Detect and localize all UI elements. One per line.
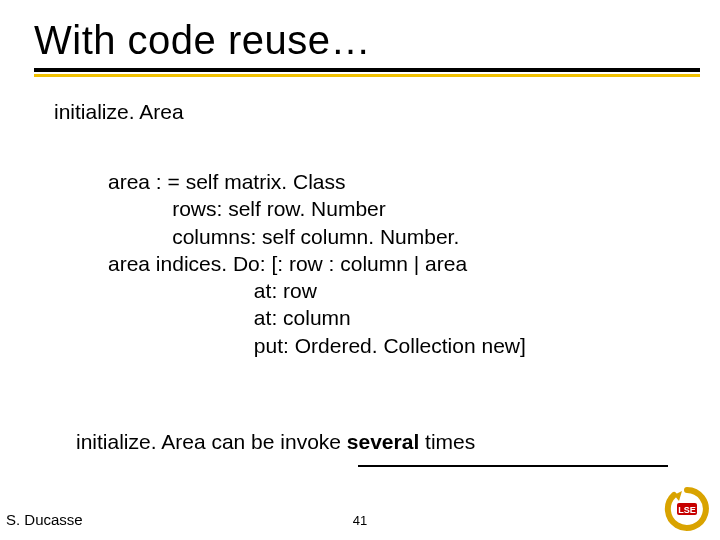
code-line: at: column (108, 306, 351, 329)
title-underline-dark (34, 68, 700, 72)
note-text: initialize. Area can be invoke several t… (76, 430, 475, 454)
note-suffix: times (419, 430, 475, 453)
note-prefix: initialize. Area can be invoke (76, 430, 347, 453)
logo-text: LSE (678, 505, 696, 515)
code-line: area : = self matrix. Class (108, 170, 346, 193)
title-underline-yellow (34, 74, 700, 77)
note-bold: several (347, 430, 419, 453)
method-name: initialize. Area (54, 100, 184, 124)
footer-author: S. Ducasse (6, 511, 83, 528)
note-underline (358, 465, 668, 467)
code-line: columns: self column. Number. (108, 225, 459, 248)
code-block: area : = self matrix. Class rows: self r… (108, 168, 526, 359)
code-line: rows: self row. Number (108, 197, 386, 220)
slide-title: With code reuse… (34, 18, 700, 62)
footer-page-number: 41 (353, 513, 367, 528)
code-line: at: row (108, 279, 317, 302)
code-line: area indices. Do: [: row : column | area (108, 252, 467, 275)
code-line: put: Ordered. Collection new] (108, 334, 526, 357)
lse-logo: LSE (664, 486, 710, 532)
title-block: With code reuse… (34, 18, 700, 77)
